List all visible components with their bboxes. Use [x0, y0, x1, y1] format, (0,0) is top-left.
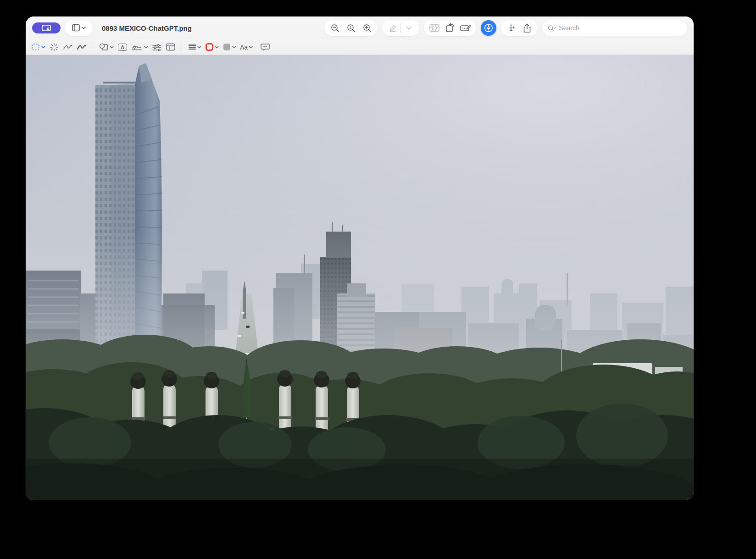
sidebar-toggle-button[interactable]: [68, 21, 90, 35]
rotate-left-icon: [445, 23, 455, 33]
share-icon: [523, 23, 531, 33]
text-style-label: Aa: [240, 44, 248, 51]
pencil-underline-icon: [388, 23, 397, 33]
share-button[interactable]: [519, 21, 535, 35]
table-icon: [166, 43, 175, 51]
sidebar-icon: [72, 24, 82, 32]
table-tool-button[interactable]: [164, 41, 177, 54]
window-title: 0893 MEXICO-ChatGPT.png: [102, 24, 192, 32]
instant-alpha-sparkle-icon: [50, 43, 59, 52]
form-fill-icon: [460, 24, 471, 32]
text-style-tool-button[interactable]: Aa: [239, 41, 254, 54]
selection-tool-button[interactable]: [30, 41, 47, 54]
markup-toolbar: A: [26, 39, 694, 55]
magnifier-plus-icon: [363, 24, 372, 33]
zoom-controls-group: 1: [324, 20, 378, 36]
remove-background-button[interactable]: [427, 21, 442, 35]
fill-color-tool-button[interactable]: [221, 41, 238, 54]
border-color-swatch-icon: [205, 43, 214, 51]
adjust-tool-button[interactable]: [150, 41, 163, 54]
screen-user-icon: [42, 25, 51, 31]
zoom-in-button[interactable]: [359, 21, 375, 35]
pen-style-button[interactable]: [385, 21, 400, 35]
speech-bubble-icon: [261, 43, 270, 51]
image-edit-group: [424, 20, 476, 36]
pen-style-chevron-button[interactable]: [401, 21, 417, 35]
actual-size-button[interactable]: 1: [343, 21, 359, 35]
search-chevron-icon: [548, 25, 556, 32]
pen-style-group: [382, 20, 419, 36]
chevron-down-icon: [249, 46, 253, 49]
mexico-city-photo: [26, 55, 694, 500]
chevron-down-icon: [406, 27, 411, 30]
info-share-group: [501, 20, 538, 36]
chevron-down-icon: [232, 46, 236, 49]
divider: [182, 43, 182, 51]
draw-tool-button[interactable]: [75, 41, 88, 54]
shapes-tool-button[interactable]: [98, 41, 115, 54]
text-tool-button[interactable]: A: [116, 41, 129, 54]
markup-toggle-button[interactable]: [481, 20, 496, 36]
fill-form-button[interactable]: [458, 21, 473, 35]
chevron-down-icon: [41, 46, 45, 49]
zoom-out-button[interactable]: [327, 21, 343, 35]
divider: [93, 43, 93, 51]
screen-share-button[interactable]: [32, 22, 61, 33]
svg-text:1: 1: [349, 25, 351, 30]
chevron-down-icon: [144, 46, 148, 49]
signature-tool-button[interactable]: [130, 41, 150, 54]
chevron-down-icon: [110, 46, 114, 49]
sidebar-group: [65, 20, 93, 36]
preview-window: 0893 MEXICO-ChatGPT.png 1: [26, 17, 694, 500]
fill-color-swatch-icon: [222, 43, 231, 51]
info-sparkle-icon: [507, 23, 516, 33]
chevron-down-icon: [197, 46, 201, 49]
line-thickness-tool-button[interactable]: [187, 41, 203, 54]
draw-squiggle-icon: [77, 44, 87, 50]
magnifier-one-icon: 1: [347, 24, 356, 33]
selection-rect-icon: [32, 44, 40, 51]
chevron-down-icon: [82, 27, 86, 29]
title-bar: 0893 MEXICO-ChatGPT.png 1: [26, 17, 694, 39]
signature-icon: [131, 44, 143, 51]
chevron-down-icon: [215, 46, 219, 49]
markup-pen-circle-icon: [484, 23, 493, 33]
image-canvas[interactable]: [26, 55, 694, 500]
search-input[interactable]: [559, 24, 682, 32]
instant-alpha-tool-button[interactable]: [48, 41, 61, 54]
search-field[interactable]: [542, 20, 687, 36]
rotate-left-button[interactable]: [442, 21, 458, 35]
magnifier-minus-icon: [331, 24, 339, 33]
sketch-squiggle-icon: [63, 44, 73, 50]
remove-background-icon: [429, 24, 439, 32]
sketch-tool-button[interactable]: [61, 41, 74, 54]
description-tool-button[interactable]: [259, 41, 272, 54]
obelisk-silhouette: [243, 289, 246, 319]
text-box-icon: A: [118, 44, 127, 51]
border-color-tool-button[interactable]: [204, 41, 220, 54]
visual-lookup-info-button[interactable]: [504, 21, 519, 35]
shapes-icon: [99, 43, 109, 51]
adjust-sliders-icon: [152, 44, 162, 51]
line-thickness-icon: [188, 44, 196, 50]
